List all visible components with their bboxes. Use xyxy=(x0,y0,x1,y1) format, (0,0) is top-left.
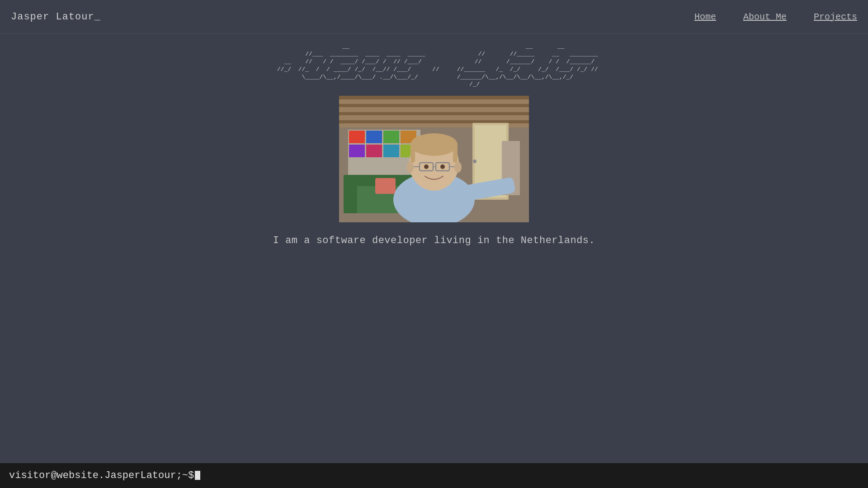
svg-point-36 xyxy=(424,164,429,169)
svg-rect-29 xyxy=(410,145,415,163)
svg-rect-20 xyxy=(344,175,357,213)
svg-rect-7 xyxy=(349,131,365,143)
svg-rect-5 xyxy=(339,120,529,123)
svg-rect-30 xyxy=(453,145,458,163)
svg-rect-22 xyxy=(375,178,396,194)
profile-image-container xyxy=(339,96,529,222)
svg-point-28 xyxy=(410,133,458,156)
svg-rect-8 xyxy=(366,131,382,143)
svg-point-37 xyxy=(440,164,445,169)
terminal-bar: visitor@website.JasperLatour;~$ xyxy=(0,463,868,488)
site-title: Jasper Latour_ xyxy=(11,11,101,23)
svg-point-17 xyxy=(473,160,476,163)
tagline: I am a software developer living in the … xyxy=(273,235,595,246)
svg-point-39 xyxy=(454,162,462,173)
svg-rect-4 xyxy=(339,112,529,115)
nav-projects[interactable]: Projects xyxy=(814,12,857,22)
main-nav: Home About Me Projects xyxy=(694,12,857,22)
nav-home[interactable]: Home xyxy=(694,12,716,22)
svg-rect-12 xyxy=(366,145,382,157)
svg-rect-11 xyxy=(349,145,365,157)
nav-about-me[interactable]: About Me xyxy=(743,12,787,22)
svg-rect-2 xyxy=(339,96,529,99)
main-content: __ __ __ //___ ________ ____ ____ _____ … xyxy=(0,34,868,246)
svg-rect-3 xyxy=(339,104,529,107)
terminal-cursor xyxy=(195,471,200,480)
svg-rect-9 xyxy=(383,131,399,143)
terminal-prompt: visitor@website.JasperLatour;~$ xyxy=(9,470,200,481)
svg-rect-13 xyxy=(383,145,399,157)
site-header: Jasper Latour_ Home About Me Projects xyxy=(0,0,868,34)
ascii-art-banner: __ __ __ //___ ________ ____ ____ _____ … xyxy=(270,43,598,89)
svg-point-38 xyxy=(406,162,414,173)
profile-image xyxy=(339,96,529,222)
terminal-prompt-text: visitor@website.JasperLatour;~$ xyxy=(9,470,194,481)
